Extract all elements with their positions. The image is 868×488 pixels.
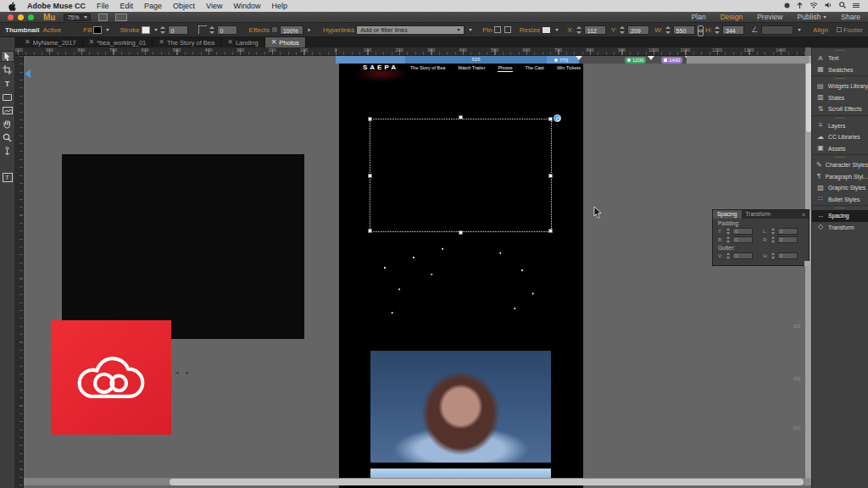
previous-arrow-icon[interactable]: ◂ xyxy=(175,369,179,376)
menu-window[interactable]: Window xyxy=(233,2,260,10)
menu-app-name[interactable]: Adobe Muse CC xyxy=(27,2,86,10)
dock-item-transform[interactable]: ◇Transform xyxy=(812,222,868,234)
menu-edit[interactable]: Edit xyxy=(120,2,134,10)
thumbnail-state[interactable]: Active xyxy=(42,26,61,34)
dock-item-cc-libraries[interactable]: ☁CC Libraries xyxy=(812,131,868,143)
zoom-tool[interactable] xyxy=(1,132,14,143)
panel-resize-grip[interactable] xyxy=(804,261,810,266)
dock-item-scroll-effects[interactable]: ⇅Scroll Effects xyxy=(812,103,868,115)
hyperlinks-combo[interactable]: Add or filter links xyxy=(356,25,465,35)
selection-handle[interactable] xyxy=(459,230,463,235)
horizontal-ruler[interactable]: 1000 900 800 700 600 500 400 300 200 100… xyxy=(15,47,805,56)
current-width-indicator[interactable]: 535 xyxy=(405,56,547,64)
dock-item-assets[interactable]: ▣Assets xyxy=(812,143,868,155)
crop-tool[interactable] xyxy=(1,64,14,75)
tab-close-icon[interactable]: ✕ xyxy=(89,39,95,46)
dock-item-swatches[interactable]: ▦Swatches xyxy=(812,64,868,76)
padding-top-field[interactable]: 0 xyxy=(732,228,753,235)
padding-top-stepper[interactable] xyxy=(726,228,731,235)
mode-design[interactable]: Design xyxy=(721,13,743,21)
vertical-ruler[interactable] xyxy=(15,56,24,488)
photo-train-selected[interactable] xyxy=(370,119,551,231)
y-field[interactable]: 209 xyxy=(627,25,649,35)
breakpoint-segment-fluid[interactable] xyxy=(687,56,809,64)
menu-file[interactable]: File xyxy=(97,2,109,10)
site-logo-text[interactable]: SAEPA xyxy=(363,64,398,71)
link-dimensions-icon[interactable] xyxy=(697,25,702,35)
tab-myname-2017[interactable]: ✕MyName_2017 xyxy=(19,37,83,47)
menu-help[interactable]: Help xyxy=(271,2,287,10)
dock-item-widgets-library[interactable]: ▤Widgets Library xyxy=(812,80,868,92)
x-field[interactable]: 112 xyxy=(584,25,606,35)
effects-toggle-icon[interactable] xyxy=(271,26,278,33)
spotlight-search-icon[interactable] xyxy=(839,2,846,10)
selection-handle[interactable] xyxy=(368,174,372,178)
dock-item-bullet-styles[interactable]: ∷Bullet Styles xyxy=(812,194,868,206)
apple-logo-icon[interactable] xyxy=(8,2,16,11)
tab-spacing[interactable]: Spacing xyxy=(713,210,742,219)
hand-tool[interactable] xyxy=(1,119,14,130)
breakpoint-text-tool[interactable]: T xyxy=(1,171,14,184)
text-tool[interactable]: T xyxy=(1,78,14,89)
selection-handle[interactable] xyxy=(548,117,553,121)
pasteboard-video-frame[interactable] xyxy=(62,154,304,339)
w-field[interactable]: 550 xyxy=(673,25,695,35)
padding-left-field[interactable]: 0 xyxy=(777,228,798,235)
gutter-h-field[interactable]: 0 xyxy=(777,252,798,259)
padding-bottom-field[interactable]: 0 xyxy=(732,236,753,243)
h-stepper[interactable] xyxy=(715,25,720,35)
corner-radius-stepper[interactable] xyxy=(209,25,214,35)
dock-item-text[interactable]: AText xyxy=(812,53,868,64)
breakpoint-marker-icon[interactable] xyxy=(576,56,582,60)
chevron-down-icon[interactable] xyxy=(555,29,559,31)
chevron-down-icon[interactable] xyxy=(106,29,109,31)
stroke-weight-stepper[interactable] xyxy=(160,25,165,35)
menu-object[interactable]: Object xyxy=(173,2,195,10)
padding-bottom-stepper[interactable] xyxy=(726,236,731,243)
next-arrow-icon[interactable]: ▸ xyxy=(186,369,190,376)
tab-close-icon[interactable]: ✕ xyxy=(227,39,233,46)
padding-left-stepper[interactable] xyxy=(771,228,776,235)
dock-item-spacing[interactable]: ↔Spacing xyxy=(812,210,868,222)
anchor-tool[interactable] xyxy=(1,146,14,157)
opacity-field[interactable]: 100% xyxy=(280,25,303,35)
vertical-scrollbar-thumb[interactable] xyxy=(806,63,811,132)
photo-face[interactable] xyxy=(370,351,551,463)
status-dot-icon[interactable] xyxy=(784,2,790,10)
rectangle-frame-tool[interactable] xyxy=(1,105,14,116)
screen-mode-icon[interactable] xyxy=(115,14,127,21)
fullscreen-window-button[interactable] xyxy=(28,14,34,20)
dock-item-paragraph-styles[interactable]: ¶Paragraph Styl... xyxy=(812,171,868,183)
chevron-down-icon[interactable] xyxy=(469,29,472,31)
gutter-v-stepper[interactable] xyxy=(726,252,731,259)
nav-link-story[interactable]: The Story of Bea xyxy=(410,65,445,72)
mode-plan[interactable]: Plan xyxy=(692,13,706,21)
nav-link-photos[interactable]: Photos xyxy=(498,65,512,72)
selection-handle[interactable] xyxy=(459,115,463,119)
tab-transform[interactable]: Transform xyxy=(742,210,775,219)
tab-close-icon[interactable]: ✕ xyxy=(159,39,164,46)
breakpoint-marker-icon[interactable] xyxy=(648,56,654,60)
chevron-right-icon[interactable] xyxy=(308,28,310,31)
mode-publish[interactable]: Publish xyxy=(797,13,826,21)
tab-photos[interactable]: ✕Photos xyxy=(265,37,306,47)
vertical-scrollbar[interactable] xyxy=(805,56,811,478)
volume-icon[interactable] xyxy=(825,2,832,10)
x-stepper[interactable] xyxy=(576,25,581,35)
menu-view[interactable]: View xyxy=(206,2,222,10)
h-field[interactable]: 344 xyxy=(722,25,744,35)
padding-right-field[interactable]: 0 xyxy=(777,236,798,243)
nav-link-trailer[interactable]: Watch Trailer xyxy=(458,65,485,72)
nav-link-cast[interactable]: The Cast xyxy=(526,65,544,72)
menu-list-icon[interactable] xyxy=(853,2,860,10)
mode-preview[interactable]: Preview xyxy=(757,13,782,21)
selection-handle[interactable] xyxy=(548,229,553,233)
stroke-weight-field[interactable]: 0 xyxy=(168,25,188,35)
tab-landing[interactable]: ✕Landing xyxy=(221,37,264,47)
tab-close-icon[interactable]: ✕ xyxy=(25,39,31,46)
corner-radius-field[interactable]: 0 xyxy=(217,25,237,35)
close-window-button[interactable] xyxy=(8,14,14,20)
pin-position-right-icon[interactable] xyxy=(504,26,511,33)
fill-swatch[interactable] xyxy=(93,26,102,34)
photo-party[interactable] xyxy=(370,238,551,345)
